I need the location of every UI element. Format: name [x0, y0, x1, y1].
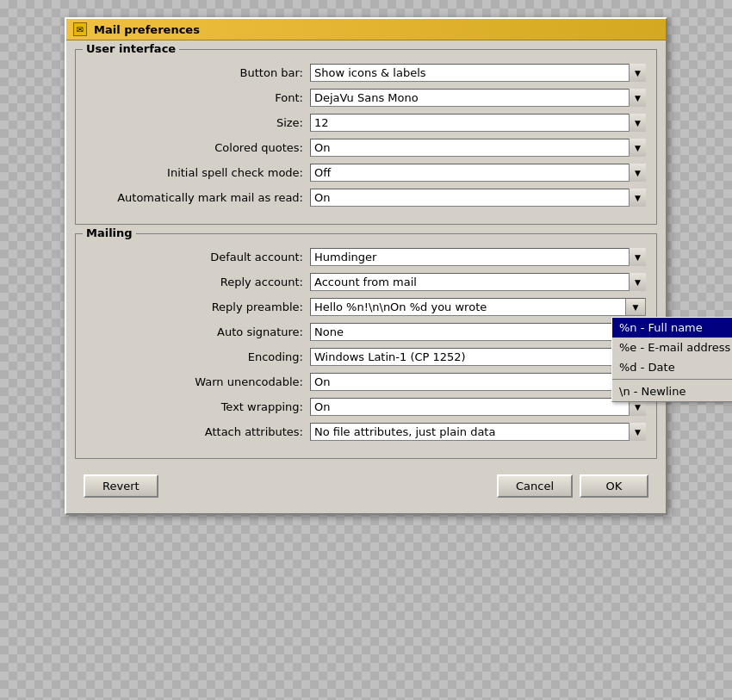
attach-attributes-control: No file attributes, just plain data ▼ — [310, 423, 646, 441]
text-wrapping-select[interactable]: On Off — [310, 398, 646, 416]
button-bar-select[interactable]: Show icons & labels — [310, 64, 646, 82]
font-control: DejaVu Sans Mono ▼ — [310, 89, 646, 107]
font-row: Font: DejaVu Sans Mono ▼ — [86, 89, 646, 107]
default-account-row: Default account: Humdinger ▼ — [86, 248, 646, 266]
button-bar-label: Button bar: — [86, 66, 310, 79]
encoding-row: Encoding: Windows Latin-1 (CP 1252) ▼ — [86, 348, 646, 366]
reply-preamble-control: ▼ %n - Full name %e - E-mail address %d … — [310, 298, 646, 316]
warn-unencodable-row: Warn unencodable: On Off ▼ — [86, 373, 646, 391]
right-buttons: Cancel OK — [497, 474, 648, 498]
reply-account-label: Reply account: — [86, 276, 310, 288]
dropdown-item-email[interactable]: %e - E-mail address — [612, 338, 732, 357]
auto-sig-select[interactable]: None — [310, 323, 646, 341]
encoding-select[interactable]: Windows Latin-1 (CP 1252) — [310, 348, 646, 366]
size-control: 12 ▼ — [310, 114, 646, 132]
size-select[interactable]: 12 — [310, 114, 646, 132]
auto-sig-row: Auto signature: None ▼ — [86, 323, 646, 341]
spell-check-label: Initial spell check mode: — [86, 166, 310, 179]
colored-quotes-control: On Off ▼ — [310, 139, 646, 157]
encoding-label: Encoding: — [86, 350, 310, 363]
user-interface-legend: User interface — [83, 42, 179, 55]
spell-check-control: Off On ▼ — [310, 164, 646, 182]
user-interface-group: User interface Button bar: Show icons & … — [75, 49, 657, 225]
dropdown-item-newline[interactable]: \n - Newline — [612, 381, 732, 401]
revert-button[interactable]: Revert — [84, 474, 158, 498]
cancel-button[interactable]: Cancel — [497, 474, 573, 498]
colored-quotes-label: Colored quotes: — [86, 141, 310, 154]
text-wrapping-label: Text wrapping: — [86, 400, 310, 413]
reply-preamble-row: Reply preamble: ▼ %n - Full name %e - E-… — [86, 298, 646, 316]
reply-preamble-dropdown: %n - Full name %e - E-mail address %d - … — [611, 317, 732, 402]
mail-preferences-window: ✉ Mail preferences User interface Button… — [65, 17, 667, 515]
text-wrapping-control: On Off ▼ — [310, 398, 646, 416]
colored-quotes-select[interactable]: On Off — [310, 139, 646, 157]
window-icon: ✉ — [73, 22, 87, 36]
attach-attributes-label: Attach attributes: — [86, 425, 310, 438]
attach-attributes-row: Attach attributes: No file attributes, j… — [86, 423, 646, 441]
text-wrapping-row: Text wrapping: On Off ▼ — [86, 398, 646, 416]
colored-quotes-row: Colored quotes: On Off ▼ — [86, 139, 646, 157]
button-bar-control: Show icons & labels ▼ — [310, 64, 646, 82]
dropdown-item-date[interactable]: %d - Date — [612, 357, 732, 377]
spell-check-select[interactable]: Off On — [310, 164, 646, 182]
reply-preamble-input-wrap: ▼ — [310, 298, 646, 316]
mailing-group: Mailing Default account: Humdinger ▼ Rep… — [75, 233, 657, 459]
button-bar-row: Button bar: Show icons & labels ▼ — [86, 64, 646, 82]
warn-unencodable-label: Warn unencodable: — [86, 375, 310, 388]
spell-check-row: Initial spell check mode: Off On ▼ — [86, 164, 646, 182]
ok-button[interactable]: OK — [580, 474, 648, 498]
font-label: Font: — [86, 91, 310, 104]
size-row: Size: 12 ▼ — [86, 114, 646, 132]
reply-account-row: Reply account: Account from mail ▼ — [86, 273, 646, 291]
mailing-legend: Mailing — [83, 226, 136, 239]
size-label: Size: — [86, 116, 310, 129]
auto-mark-select[interactable]: On Off — [310, 189, 646, 207]
default-account-label: Default account: — [86, 251, 310, 263]
window-content: User interface Button bar: Show icons & … — [66, 40, 666, 513]
window-title: Mail preferences — [94, 23, 200, 36]
warn-unencodable-control: On Off ▼ — [310, 373, 646, 391]
dropdown-divider — [612, 379, 732, 380]
reply-account-control: Account from mail ▼ — [310, 273, 646, 291]
encoding-control: Windows Latin-1 (CP 1252) ▼ — [310, 348, 646, 366]
auto-mark-control: On Off ▼ — [310, 189, 646, 207]
default-account-control: Humdinger ▼ — [310, 248, 646, 266]
auto-sig-label: Auto signature: — [86, 325, 310, 338]
auto-sig-control: None ▼ — [310, 323, 646, 341]
button-row: Revert Cancel OK — [75, 468, 657, 505]
font-select[interactable]: DejaVu Sans Mono — [310, 89, 646, 107]
auto-mark-label: Automatically mark mail as read: — [86, 191, 310, 204]
attach-attributes-select[interactable]: No file attributes, just plain data — [310, 423, 646, 441]
reply-account-select[interactable]: Account from mail — [310, 273, 646, 291]
warn-unencodable-select[interactable]: On Off — [310, 373, 646, 391]
reply-preamble-input[interactable] — [310, 298, 625, 316]
auto-mark-row: Automatically mark mail as read: On Off … — [86, 189, 646, 207]
default-account-select[interactable]: Humdinger — [310, 248, 646, 266]
reply-preamble-label: Reply preamble: — [86, 300, 310, 313]
reply-preamble-button[interactable]: ▼ — [625, 298, 646, 316]
dropdown-item-fullname[interactable]: %n - Full name — [612, 318, 732, 338]
title-bar: ✉ Mail preferences — [66, 19, 666, 40]
